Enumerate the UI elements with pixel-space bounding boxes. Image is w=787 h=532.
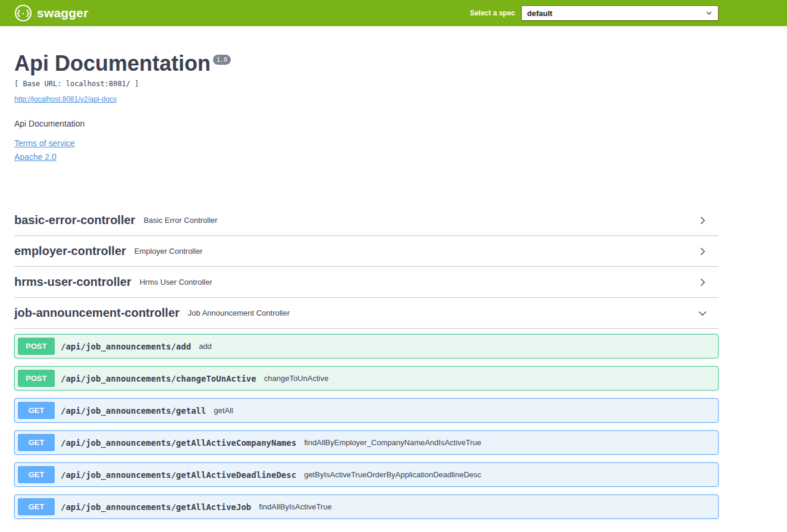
chevron-down-icon [706, 10, 713, 17]
api-info: Api Documentation1.0 [ Base URL: localho… [14, 26, 719, 199]
section-title: hrms-user-controller [14, 275, 131, 289]
section-job-position-controller: job-position-controller Job Position Con… [14, 527, 719, 532]
chevron-right-icon[interactable] [697, 215, 708, 226]
brand-name: swagger [37, 6, 89, 20]
method-badge: GET [18, 402, 55, 419]
section-job-announcement-controller: job-announcement-controller Job Announce… [14, 298, 719, 519]
opblock-get-getAllActiveJob[interactable]: GET /api/job_announcements/getAllActiveJ… [14, 495, 719, 519]
method-badge: POST [18, 370, 55, 387]
section-header-job-position-controller[interactable]: job-position-controller Job Position Con… [14, 527, 719, 532]
section-title: job-announcement-controller [14, 306, 180, 320]
section-basic-error-controller: basic-error-controller Basic Error Contr… [14, 205, 719, 236]
method-badge: GET [18, 434, 55, 451]
chevron-down-icon[interactable] [697, 308, 708, 319]
topbar-wrapper: {·} swagger Select a spec default [0, 0, 733, 26]
method-badge: POST [18, 338, 55, 355]
svg-text:{·}: {·} [16, 9, 30, 18]
version-badge: 1.0 [213, 55, 231, 65]
opblock-get-getAllActiveCompanyNames[interactable]: GET /api/job_announcements/getAllActiveC… [14, 430, 719, 455]
section-description: Employer Controller [134, 247, 203, 256]
operations-list: POST /api/job_announcements/add add POST… [14, 334, 719, 519]
main-content: Api Documentation1.0 [ Base URL: localho… [0, 26, 733, 532]
swagger-logo-icon: {·} [14, 4, 32, 22]
select-spec-label: Select a spec [470, 9, 515, 17]
chevron-right-icon[interactable] [697, 277, 708, 288]
operation-summary: findAllByIsActiveTrue [259, 502, 331, 511]
topbar: {·} swagger Select a spec default [0, 0, 787, 26]
opblock-post-changeToUnActive[interactable]: POST /api/job_announcements/changeToUnAc… [14, 366, 719, 391]
api-description: Api Documentation [14, 119, 719, 128]
operation-path: /api/job_announcements/getAllActiveDeadl… [61, 470, 296, 480]
api-docs-link[interactable]: http://localhost:8081/v2/api-docs [14, 95, 117, 103]
spec-select-group: Select a spec default [470, 5, 719, 21]
operation-summary: changeToUnActive [264, 374, 328, 383]
base-url: [ Base URL: localhost:8081/ ] [14, 80, 719, 88]
operation-path: /api/job_announcements/getAllActiveJob [61, 502, 251, 512]
section-description: Hrms User Controller [140, 278, 212, 287]
opblock-get-getall[interactable]: GET /api/job_announcements/getall getAll [14, 398, 719, 423]
section-description: Basic Error Controller [143, 216, 217, 225]
section-header-basic-error-controller[interactable]: basic-error-controller Basic Error Contr… [14, 205, 719, 236]
section-title: employer-controller [14, 244, 126, 258]
method-badge: GET [18, 498, 55, 515]
swagger-brand: {·} swagger [14, 4, 89, 22]
section-header-employer-controller[interactable]: employer-controller Employer Controller [14, 236, 719, 267]
section-employer-controller: employer-controller Employer Controller [14, 236, 719, 267]
page-title: Api Documentation1.0 [14, 51, 719, 76]
operation-path: /api/job_announcements/getall [61, 406, 206, 415]
opblock-post-add[interactable]: POST /api/job_announcements/add add [14, 334, 719, 358]
operation-path: /api/job_announcements/getAllActiveCompa… [61, 438, 296, 448]
section-header-hrms-user-controller[interactable]: hrms-user-controller Hrms User Controlle… [14, 267, 719, 298]
spec-select-value: default [527, 9, 553, 18]
section-hrms-user-controller: hrms-user-controller Hrms User Controlle… [14, 267, 719, 298]
operation-summary: add [199, 342, 212, 351]
terms-of-service-link[interactable]: Terms of service [14, 138, 75, 148]
operation-path: /api/job_announcements/changeToUnActive [61, 374, 256, 383]
license-link[interactable]: Apache 2.0 [14, 152, 57, 162]
page-title-text: Api Documentation [14, 51, 211, 75]
operation-path: /api/job_announcements/add [61, 342, 191, 351]
operation-summary: findAllByEmployer_CompanyNameAndIsActive… [304, 438, 481, 447]
section-title: basic-error-controller [14, 213, 135, 227]
spec-select[interactable]: default [521, 5, 719, 21]
operation-summary: getAll [214, 406, 233, 415]
controller-sections: basic-error-controller Basic Error Contr… [14, 199, 719, 532]
operation-summary: getByIsActiveTrueOrderByApplicationDeadl… [304, 470, 481, 479]
opblock-get-getAllActiveDeadlineDesc[interactable]: GET /api/job_announcements/getAllActiveD… [14, 462, 719, 487]
method-badge: GET [18, 466, 55, 483]
chevron-right-icon[interactable] [697, 246, 708, 257]
section-description: Job Announcement Controller [188, 309, 290, 317]
section-header-job-announcement-controller[interactable]: job-announcement-controller Job Announce… [14, 298, 719, 329]
